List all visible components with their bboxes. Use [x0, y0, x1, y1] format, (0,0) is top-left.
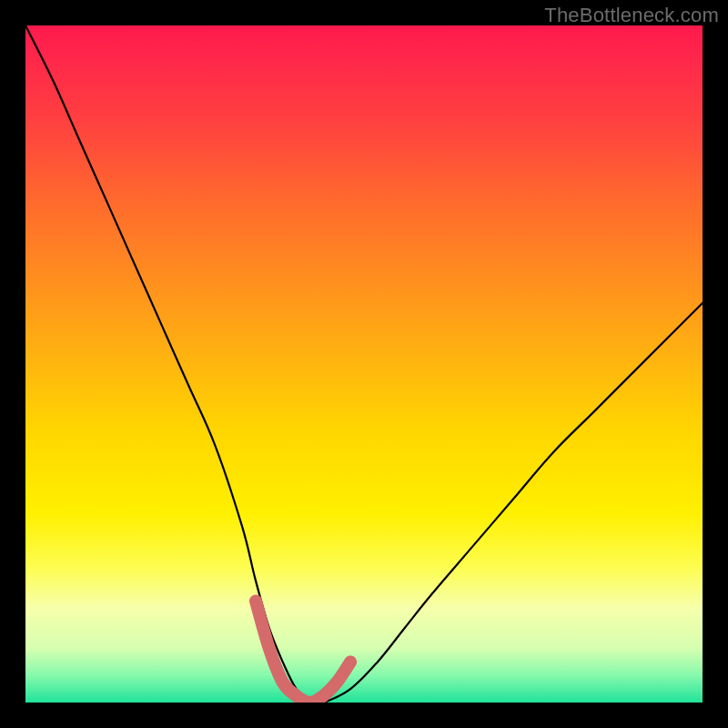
plot-area — [25, 25, 703, 703]
optimal-highlight-line — [256, 601, 350, 703]
bottleneck-curve-line — [25, 25, 703, 703]
chart-svg — [25, 25, 703, 703]
watermark-text: TheBottleneck.com — [544, 4, 719, 27]
chart-frame: TheBottleneck.com — [0, 0, 728, 728]
